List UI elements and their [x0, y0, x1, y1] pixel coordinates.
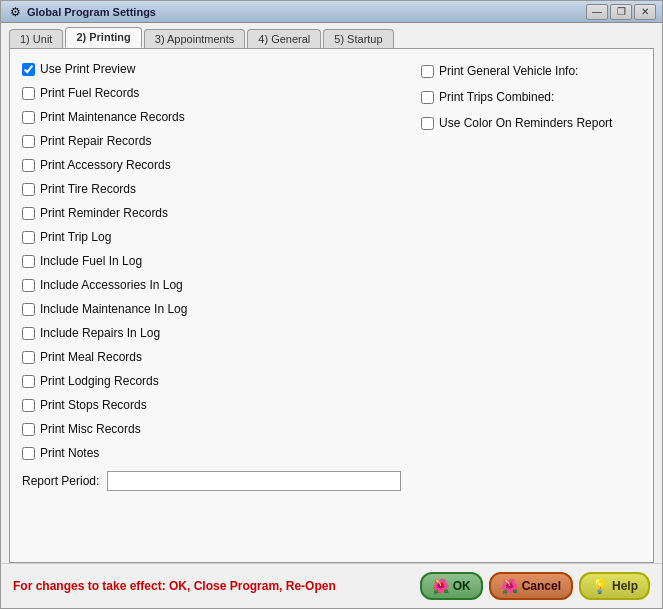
checkbox-use-print-preview[interactable] — [22, 63, 35, 76]
checkbox-row-include-accessories-in-log: Include Accessories In Log — [22, 275, 401, 295]
checkbox-row-print-lodging-records: Print Lodging Records — [22, 371, 401, 391]
label-print-general-vehicle-info: Print General Vehicle Info: — [439, 64, 578, 78]
checkbox-row-include-repairs-in-log: Include Repairs In Log — [22, 323, 401, 343]
label-include-maintenance-in-log: Include Maintenance In Log — [40, 302, 187, 316]
right-column: Print General Vehicle Info:Print Trips C… — [421, 59, 641, 552]
label-print-stops-records: Print Stops Records — [40, 398, 147, 412]
checkbox-row-print-tire-records: Print Tire Records — [22, 179, 401, 199]
label-print-tire-records: Print Tire Records — [40, 182, 136, 196]
label-print-maintenance-records: Print Maintenance Records — [40, 110, 185, 124]
label-print-misc-records: Print Misc Records — [40, 422, 141, 436]
checkbox-print-repair-records[interactable] — [22, 135, 35, 148]
checkbox-row-print-trips-combined: Print Trips Combined: — [421, 87, 641, 107]
ok-button[interactable]: 🌺 OK — [420, 572, 483, 600]
cancel-icon: 🌺 — [501, 578, 518, 594]
checkbox-include-accessories-in-log[interactable] — [22, 279, 35, 292]
left-column: Use Print PreviewPrint Fuel RecordsPrint… — [22, 59, 401, 552]
checkbox-print-trip-log[interactable] — [22, 231, 35, 244]
report-period-input[interactable] — [107, 471, 401, 491]
checkbox-print-meal-records[interactable] — [22, 351, 35, 364]
checkbox-print-tire-records[interactable] — [22, 183, 35, 196]
ok-label: OK — [453, 579, 471, 593]
bottom-bar: For changes to take effect: OK, Close Pr… — [1, 563, 662, 608]
checkbox-print-notes[interactable] — [22, 447, 35, 460]
checkbox-row-print-trip-log: Print Trip Log — [22, 227, 401, 247]
ok-icon: 🌺 — [432, 578, 449, 594]
checkbox-row-use-print-preview: Use Print Preview — [22, 59, 401, 79]
label-include-fuel-in-log: Include Fuel In Log — [40, 254, 142, 268]
content-panel: Use Print PreviewPrint Fuel RecordsPrint… — [9, 48, 654, 563]
title-bar: ⚙ Global Program Settings — ❐ ✕ — [1, 1, 662, 23]
report-period-row: Report Period: — [22, 471, 401, 491]
checkbox-row-use-color-on-reminders: Use Color On Reminders Report — [421, 113, 641, 133]
label-print-lodging-records: Print Lodging Records — [40, 374, 159, 388]
checkbox-row-print-meal-records: Print Meal Records — [22, 347, 401, 367]
checkbox-print-lodging-records[interactable] — [22, 375, 35, 388]
label-use-color-on-reminders: Use Color On Reminders Report — [439, 116, 612, 130]
checkbox-row-include-fuel-in-log: Include Fuel In Log — [22, 251, 401, 271]
cancel-label: Cancel — [522, 579, 561, 593]
tab-appointments[interactable]: 3) Appointments — [144, 29, 246, 48]
checkbox-row-print-notes: Print Notes — [22, 443, 401, 463]
checkbox-include-maintenance-in-log[interactable] — [22, 303, 35, 316]
label-print-trip-log: Print Trip Log — [40, 230, 111, 244]
label-print-accessory-records: Print Accessory Records — [40, 158, 171, 172]
help-label: Help — [612, 579, 638, 593]
tab-printing[interactable]: 2) Printing — [65, 27, 141, 48]
window-icon: ⚙ — [7, 4, 23, 20]
main-window: ⚙ Global Program Settings — ❐ ✕ 1) Unit … — [0, 0, 663, 609]
label-include-repairs-in-log: Include Repairs In Log — [40, 326, 160, 340]
checkbox-include-fuel-in-log[interactable] — [22, 255, 35, 268]
checkbox-row-print-maintenance-records: Print Maintenance Records — [22, 107, 401, 127]
checkbox-include-repairs-in-log[interactable] — [22, 327, 35, 340]
label-print-meal-records: Print Meal Records — [40, 350, 142, 364]
checkbox-row-include-maintenance-in-log: Include Maintenance In Log — [22, 299, 401, 319]
checkbox-row-print-misc-records: Print Misc Records — [22, 419, 401, 439]
checkbox-print-misc-records[interactable] — [22, 423, 35, 436]
checkbox-print-trips-combined[interactable] — [421, 91, 434, 104]
checkbox-print-stops-records[interactable] — [22, 399, 35, 412]
checkbox-row-print-repair-records: Print Repair Records — [22, 131, 401, 151]
status-text: For changes to take effect: OK, Close Pr… — [13, 579, 420, 593]
checkbox-print-accessory-records[interactable] — [22, 159, 35, 172]
help-icon: 💡 — [591, 578, 608, 594]
label-print-trips-combined: Print Trips Combined: — [439, 90, 554, 104]
checkbox-use-color-on-reminders[interactable] — [421, 117, 434, 130]
help-button[interactable]: 💡 Help — [579, 572, 650, 600]
label-use-print-preview: Use Print Preview — [40, 62, 135, 76]
window-title: Global Program Settings — [27, 6, 586, 18]
maximize-button[interactable]: ❐ — [610, 4, 632, 20]
checkbox-row-print-fuel-records: Print Fuel Records — [22, 83, 401, 103]
label-print-fuel-records: Print Fuel Records — [40, 86, 139, 100]
tab-startup[interactable]: 5) Startup — [323, 29, 393, 48]
label-print-reminder-records: Print Reminder Records — [40, 206, 168, 220]
tabs-bar: 1) Unit 2) Printing 3) Appointments 4) G… — [1, 23, 662, 48]
report-period-label: Report Period: — [22, 474, 99, 488]
checkbox-print-reminder-records[interactable] — [22, 207, 35, 220]
cancel-button[interactable]: 🌺 Cancel — [489, 572, 573, 600]
checkbox-print-general-vehicle-info[interactable] — [421, 65, 434, 78]
checkbox-row-print-accessory-records: Print Accessory Records — [22, 155, 401, 175]
tab-general[interactable]: 4) General — [247, 29, 321, 48]
title-bar-buttons: — ❐ ✕ — [586, 4, 656, 20]
checkbox-row-print-general-vehicle-info: Print General Vehicle Info: — [421, 61, 641, 81]
label-print-notes: Print Notes — [40, 446, 99, 460]
checkbox-row-print-stops-records: Print Stops Records — [22, 395, 401, 415]
minimize-button[interactable]: — — [586, 4, 608, 20]
tab-units[interactable]: 1) Unit — [9, 29, 63, 48]
checkbox-row-print-reminder-records: Print Reminder Records — [22, 203, 401, 223]
label-print-repair-records: Print Repair Records — [40, 134, 151, 148]
label-include-accessories-in-log: Include Accessories In Log — [40, 278, 183, 292]
checkbox-print-fuel-records[interactable] — [22, 87, 35, 100]
checkbox-print-maintenance-records[interactable] — [22, 111, 35, 124]
close-button[interactable]: ✕ — [634, 4, 656, 20]
bottom-buttons: 🌺 OK 🌺 Cancel 💡 Help — [420, 572, 650, 600]
